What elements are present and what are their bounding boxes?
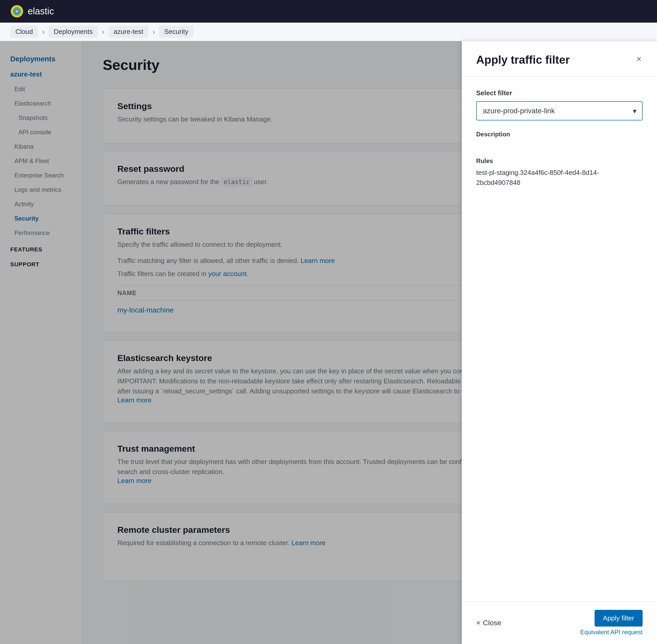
breadcrumb: Cloud › Deployments › azure-test › Secur… (0, 23, 657, 41)
flyout-panel: Apply traffic filter × Select filter azu… (462, 41, 657, 644)
flyout-body: Select filter azure-prod-private-link my… (462, 77, 657, 601)
breadcrumb-security: Security (159, 26, 194, 38)
flyout-close-x-button[interactable]: × (635, 53, 642, 65)
flyout-filter-select[interactable]: azure-prod-private-link my-local-machine (476, 101, 642, 120)
flyout-title: Apply traffic filter (476, 53, 570, 66)
flyout-footer: × Close Apply filter Equivalent API requ… (462, 601, 657, 644)
flyout-description-value (476, 141, 642, 149)
breadcrumb-cloud[interactable]: Cloud (10, 26, 38, 38)
elastic-logo-icon (10, 5, 24, 18)
flyout-close-label: Close (483, 619, 501, 627)
flyout-select-label: Select filter (476, 89, 642, 97)
flyout-api-link[interactable]: Equivalent API request (580, 628, 642, 636)
top-nav: elastic (0, 0, 657, 23)
flyout-close-button[interactable]: × Close (476, 619, 501, 627)
breadcrumb-sep-2: › (102, 28, 104, 36)
flyout-apply-filter-button[interactable]: Apply filter (595, 610, 642, 626)
svg-point-3 (16, 10, 18, 12)
flyout-select-wrapper: azure-prod-private-link my-local-machine… (476, 101, 642, 120)
flyout-close-x-icon: × (476, 619, 480, 627)
flyout-footer-left: × Close (476, 619, 501, 627)
elastic-logo: elastic (10, 5, 54, 18)
flyout-rules-label: Rules (476, 157, 642, 165)
breadcrumb-deployments[interactable]: Deployments (48, 26, 98, 38)
flyout-footer-right: Apply filter Equivalent API request (580, 610, 642, 636)
main-layout: Deployments azure-test Edit Elasticsearc… (0, 41, 657, 644)
flyout-description-label: Description (476, 131, 642, 138)
elastic-logo-text: elastic (28, 6, 54, 17)
breadcrumb-sep-3: › (153, 28, 155, 36)
breadcrumb-items: Cloud › Deployments › azure-test › Secur… (10, 26, 194, 38)
breadcrumb-sep-1: › (42, 28, 44, 36)
flyout-header: Apply traffic filter × (462, 41, 657, 77)
breadcrumb-azure-test[interactable]: azure-test (108, 26, 149, 38)
flyout-rules-value: test-pl-staging.324a4f6c-850f-4ed4-8d14-… (476, 168, 642, 188)
